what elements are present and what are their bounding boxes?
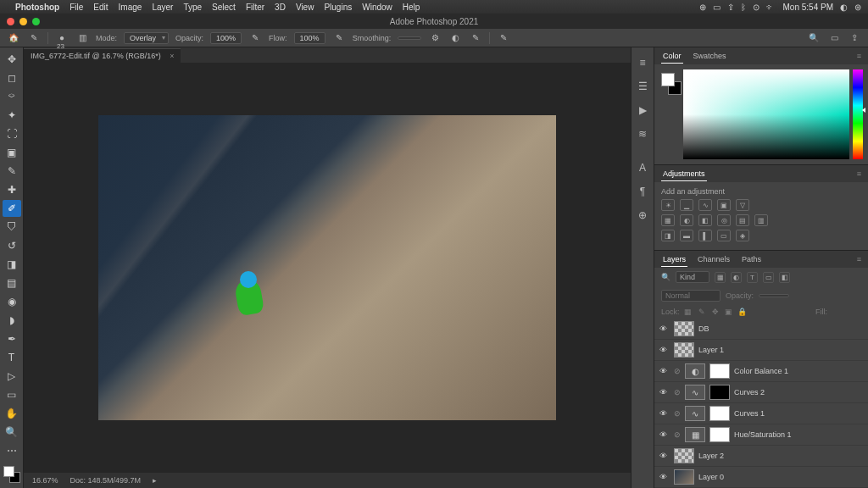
hue-saturation-icon[interactable]: ▦ bbox=[661, 214, 675, 226]
layer-name[interactable]: Color Balance 1 bbox=[734, 367, 788, 375]
angle-icon[interactable]: ◐ bbox=[448, 31, 462, 45]
crop-tool[interactable]: ⛶ bbox=[3, 125, 21, 142]
status-icon[interactable]: ▭ bbox=[713, 3, 721, 12]
lock-all-icon[interactable]: 🔒 bbox=[737, 307, 748, 317]
wand-tool[interactable]: ✦ bbox=[3, 107, 21, 124]
gear-icon[interactable]: ⚙ bbox=[428, 31, 442, 45]
symmetry-icon[interactable]: ✎ bbox=[497, 31, 510, 45]
filter-adjustment-icon[interactable]: ◐ bbox=[731, 272, 742, 283]
blend-mode-select[interactable]: Normal bbox=[661, 290, 721, 302]
visibility-toggle[interactable]: 👁 bbox=[659, 367, 670, 375]
mask-thumb[interactable] bbox=[709, 406, 730, 421]
layer-name[interactable]: Layer 0 bbox=[698, 473, 724, 481]
adjustment-thumb[interactable]: ∿ bbox=[685, 406, 705, 421]
gradient-map-icon[interactable]: ▭ bbox=[717, 230, 731, 241]
fullscreen-button[interactable] bbox=[32, 18, 40, 25]
visibility-toggle[interactable]: 👁 bbox=[659, 452, 670, 460]
hand-tool[interactable]: ✋ bbox=[3, 405, 21, 422]
menu-filter[interactable]: Filter bbox=[246, 3, 264, 12]
layer-name[interactable]: Layer 1 bbox=[698, 346, 724, 354]
channels-tab[interactable]: Channels bbox=[696, 252, 732, 266]
panel-menu-icon[interactable]: ≡ bbox=[857, 169, 861, 178]
menu-file[interactable]: File bbox=[70, 3, 83, 12]
exposure-icon[interactable]: ▣ bbox=[717, 199, 731, 211]
layer-name[interactable]: Curves 2 bbox=[734, 388, 765, 396]
status-icon[interactable]: ◐ bbox=[840, 3, 848, 12]
lasso-tool[interactable]: ⌔ bbox=[3, 88, 21, 105]
layer-row[interactable]: 👁Layer 0 bbox=[654, 467, 868, 488]
channel-mixer-icon[interactable]: ▤ bbox=[736, 214, 749, 226]
healing-tool[interactable]: ✚ bbox=[3, 181, 21, 198]
menu-view[interactable]: View bbox=[296, 3, 314, 12]
status-icon[interactable]: ⊙ bbox=[753, 3, 760, 12]
lock-pixels-icon[interactable]: ✎ bbox=[697, 307, 707, 317]
share-icon[interactable]: ⇪ bbox=[848, 31, 861, 45]
foreground-color[interactable] bbox=[3, 466, 14, 477]
character-panel-icon[interactable]: A bbox=[634, 159, 651, 176]
menu-plugins[interactable]: Plugins bbox=[324, 3, 352, 12]
adjustment-thumb[interactable]: ▦ bbox=[685, 427, 705, 442]
layer-name[interactable]: Hue/Saturation 1 bbox=[734, 430, 792, 439]
paths-tab[interactable]: Paths bbox=[740, 252, 763, 266]
smoothing-input[interactable] bbox=[398, 36, 421, 40]
eraser-tool[interactable]: ◨ bbox=[3, 256, 21, 273]
photo-filter-icon[interactable]: ◎ bbox=[717, 214, 731, 226]
panel-menu-icon[interactable]: ≡ bbox=[857, 52, 861, 60]
lock-transparent-icon[interactable]: ▦ bbox=[683, 307, 693, 317]
color-balance-icon[interactable]: ◐ bbox=[680, 214, 693, 226]
history-brush-tool[interactable]: ↺ bbox=[3, 237, 21, 254]
paragraph-panel-icon[interactable]: ¶ bbox=[634, 183, 651, 200]
brush-tip-icon[interactable]: ●23 bbox=[55, 31, 69, 45]
adjustment-thumb[interactable]: ◐ bbox=[685, 363, 705, 379]
pressure-opacity-icon[interactable]: ✎ bbox=[248, 31, 262, 45]
swatches-tab[interactable]: Swatches bbox=[692, 49, 728, 63]
menu-type[interactable]: Type bbox=[183, 3, 202, 12]
properties-panel-icon[interactable]: ☰ bbox=[634, 78, 651, 95]
layer-row[interactable]: 👁⊘∿Curves 1 bbox=[654, 403, 868, 424]
mask-thumb[interactable] bbox=[709, 363, 730, 379]
stamp-tool[interactable]: ⛉ bbox=[3, 219, 21, 236]
visibility-toggle[interactable]: 👁 bbox=[659, 388, 670, 396]
invert-icon[interactable]: ◨ bbox=[661, 230, 675, 241]
brush-panel-icon[interactable]: ▥ bbox=[75, 31, 89, 45]
layer-row[interactable]: 👁⊘▦Hue/Saturation 1 bbox=[654, 424, 868, 446]
visibility-toggle[interactable]: 👁 bbox=[659, 473, 670, 481]
layer-thumb[interactable] bbox=[674, 448, 694, 463]
visibility-toggle[interactable]: 👁 bbox=[659, 430, 670, 439]
layer-thumb[interactable] bbox=[674, 342, 694, 358]
menu-image[interactable]: Image bbox=[119, 3, 142, 12]
minimize-button[interactable] bbox=[19, 18, 27, 25]
document-tab[interactable]: IMG_6772-Edit.tif @ 16.7% (RGB/16*) × bbox=[24, 48, 181, 63]
adjustment-thumb[interactable]: ∿ bbox=[685, 385, 705, 400]
filter-pixel-icon[interactable]: ▦ bbox=[715, 272, 726, 283]
menubar-clock[interactable]: Mon 5:54 PM bbox=[783, 3, 833, 12]
opacity-input[interactable]: 100% bbox=[210, 32, 242, 44]
menu-edit[interactable]: Edit bbox=[93, 3, 108, 12]
levels-icon[interactable]: ▁ bbox=[680, 199, 693, 211]
layer-row[interactable]: 👁⊘∿Curves 2 bbox=[654, 382, 868, 403]
posterize-icon[interactable]: ▬ bbox=[680, 230, 693, 241]
lock-position-icon[interactable]: ✥ bbox=[710, 307, 721, 317]
menu-help[interactable]: Help bbox=[403, 3, 420, 12]
color-swatch-mini[interactable] bbox=[659, 69, 680, 159]
hue-strip[interactable] bbox=[853, 69, 863, 159]
hue-marker[interactable] bbox=[862, 108, 865, 113]
workspace-icon[interactable]: ▭ bbox=[827, 31, 841, 45]
libraries-panel-icon[interactable]: ⊕ bbox=[634, 207, 651, 224]
path-tool[interactable]: ▷ bbox=[3, 368, 21, 385]
layer-name[interactable]: Layer 2 bbox=[698, 452, 724, 460]
mode-select[interactable]: Overlay bbox=[124, 32, 169, 44]
search-icon[interactable]: ⊜ bbox=[854, 3, 861, 12]
blur-tool[interactable]: ◉ bbox=[3, 293, 21, 310]
status-menu-icon[interactable]: ▸ bbox=[153, 476, 157, 485]
layer-name[interactable]: DB bbox=[698, 324, 709, 333]
color-tab[interactable]: Color bbox=[661, 49, 683, 64]
search-icon[interactable]: 🔍 bbox=[807, 31, 821, 45]
type-tool[interactable]: T bbox=[3, 349, 21, 366]
layer-row[interactable]: 👁⊘◐Color Balance 1 bbox=[654, 361, 868, 382]
black-white-icon[interactable]: ◧ bbox=[698, 214, 712, 226]
threshold-icon[interactable]: ▌ bbox=[698, 230, 712, 241]
menu-3d[interactable]: 3D bbox=[275, 3, 286, 12]
adjustments-tab[interactable]: Adjustments bbox=[661, 167, 707, 181]
panel-menu-icon[interactable]: ≡ bbox=[857, 255, 861, 263]
